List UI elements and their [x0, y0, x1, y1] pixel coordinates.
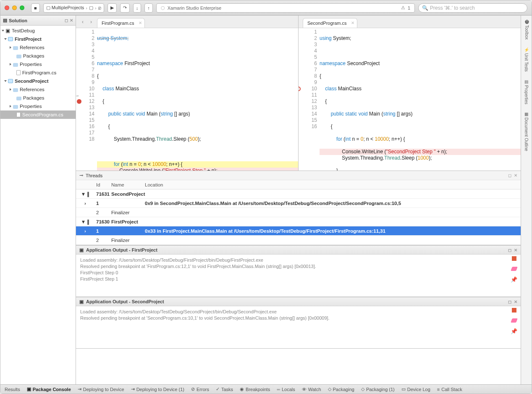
status-deploy2[interactable]: ⇥ Deploying to Device (1): [131, 386, 184, 392]
titlebar: ■ ▢ MultipleProjects › ▢ › ⎚ ▶ ↷ ↓ ↑ ◌ X…: [0, 0, 532, 16]
editor-left: ‹ › FirstProgram.cs✕ 12345678910→1112131…: [76, 16, 299, 171]
pane-dock-icon[interactable]: ◻: [65, 18, 68, 23]
tree-file[interactable]: FirstProgram.cs: [0, 68, 76, 77]
status-errors[interactable]: ⊘ Errors: [191, 386, 209, 392]
tree-file-selected[interactable]: SecondProgram.cs: [0, 110, 76, 119]
tree-packages[interactable]: Packages: [0, 94, 76, 102]
search-input[interactable]: 🔍 Press '⌘.' to search: [418, 3, 527, 13]
zoom-window-icon[interactable]: [20, 5, 24, 10]
console-icon: ▣: [79, 247, 84, 253]
tree-references[interactable]: References: [0, 43, 76, 52]
pane-dock-icon[interactable]: ◻: [508, 173, 511, 178]
gutter[interactable]: 12345678910111213141516: [299, 28, 320, 171]
close-icon[interactable]: ✕: [139, 21, 142, 25]
close-icon[interactable]: ✕: [351, 21, 354, 25]
status-watch[interactable]: 👁 Watch: [302, 387, 321, 392]
unit-tests-tab[interactable]: ⚡ Unit Tests: [524, 47, 529, 72]
gutter[interactable]: 12345678910→1112131415161718: [76, 28, 97, 171]
threads-title: Threads: [86, 173, 102, 178]
status-display: ◌ Xamarin Studio Enterprise ⚠1: [156, 3, 415, 13]
stop-output-icon[interactable]: [512, 308, 516, 313]
output-body[interactable]: Loaded assembly: /Users/tom/Desktop/Test…: [76, 306, 521, 348]
close-icon[interactable]: ✕: [70, 18, 73, 23]
tab-first-program[interactable]: FirstProgram.cs✕: [97, 18, 145, 28]
stop-button[interactable]: ■: [31, 3, 40, 13]
document-outline-tab[interactable]: ▦ Document Outline: [524, 112, 529, 151]
thread-row[interactable]: ›10x9 in SecondProject.MainClass.Main at…: [76, 199, 521, 208]
step-over-button[interactable]: ↷: [120, 3, 130, 13]
project-selector[interactable]: ▢ MultipleProjects › ▢ › ⎚: [43, 3, 104, 13]
pane-dock-icon[interactable]: ◻: [508, 299, 511, 304]
threads-table: Id Name Location ▼ ‖71631SecondProject›1…: [76, 180, 521, 245]
output-body[interactable]: Loaded assembly: /Users/tom/Desktop/Test…: [76, 255, 521, 297]
stop-output-icon[interactable]: [512, 256, 516, 261]
tree-project-second[interactable]: SecondProject: [0, 77, 76, 85]
close-icon[interactable]: ✕: [514, 248, 517, 252]
thread-row[interactable]: ▼ ‖71630FirstProject: [76, 217, 521, 226]
editor-right: SecondProgram.cs✕ 1234567891011121314151…: [299, 16, 521, 171]
search-icon: 🔍: [422, 5, 428, 11]
status-deploy1[interactable]: ⇥ Deploying to Device: [78, 386, 124, 392]
thread-row[interactable]: ›10x33 in FirstProject.MainClass.Main at…: [76, 226, 521, 236]
tree-solution[interactable]: ▣ TestDebug: [0, 26, 76, 35]
nav-back-button[interactable]: ‹: [79, 18, 87, 26]
step-out-button[interactable]: ↑: [144, 3, 153, 13]
minimize-window-icon[interactable]: [12, 5, 17, 10]
status-device-log[interactable]: ▭ Device Log: [401, 386, 430, 392]
threads-panel: ⊸ Threads ◻ ✕ Id Name Location ▼ ‖71631S…: [76, 171, 521, 245]
status-results[interactable]: Results: [5, 387, 20, 392]
close-icon[interactable]: ✕: [514, 173, 517, 178]
pin-icon[interactable]: 📌: [511, 328, 517, 334]
output-panel-second: ▣ Application Output - SecondProject ◻ ✕…: [76, 297, 521, 349]
right-sidebar: 🅣 Toolbox ⚡ Unit Tests ▤ Properties ▦ Do…: [521, 16, 532, 384]
code-editor-second[interactable]: 12345678910111213141516 using System; na…: [299, 28, 521, 171]
breadcrumb-root: ▢ MultipleProjects: [46, 5, 84, 11]
thread-row[interactable]: ▼ ‖71631SecondProject: [76, 189, 521, 199]
solution-header: ▤Solution ◻ ✕: [0, 16, 76, 26]
tree-packages[interactable]: Packages: [0, 52, 76, 60]
threads-icon: ⊸: [79, 173, 83, 178]
thread-row[interactable]: 2Finalizer: [76, 208, 521, 217]
close-window-icon[interactable]: [5, 5, 9, 10]
clear-output-icon[interactable]: [511, 318, 518, 323]
properties-tab[interactable]: ▤ Properties: [524, 79, 529, 104]
status-bar: Results ▣ Package Console ⇥ Deploying to…: [0, 384, 532, 394]
tree-properties[interactable]: Properties: [0, 60, 76, 68]
tree-references[interactable]: References: [0, 85, 76, 94]
output-panel-first: ▣ Application Output - FirstProject ◻ ✕ …: [76, 245, 521, 297]
status-package-console[interactable]: ▣ Package Console: [27, 386, 71, 392]
console-icon: ▣: [79, 299, 84, 305]
solution-sidebar: ▤Solution ◻ ✕ ▣ TestDebug FirstProject R…: [0, 16, 76, 384]
status-packaging2[interactable]: ◇ Packaging (1): [361, 386, 395, 392]
status-breakpoints[interactable]: ◉ Breakpoints: [240, 386, 270, 392]
run-button[interactable]: ▶: [107, 3, 117, 13]
thread-row[interactable]: 2Finalizer: [76, 236, 521, 245]
nav-forward-button[interactable]: ›: [87, 18, 95, 26]
status-packaging1[interactable]: ◇ Packaging: [328, 386, 354, 392]
breadcrumb-item: ▢: [89, 5, 93, 11]
close-icon[interactable]: ✕: [514, 299, 517, 304]
toolbox-tab[interactable]: 🅣 Toolbox: [524, 20, 529, 39]
pin-icon[interactable]: 📌: [511, 277, 517, 283]
tree-project-first[interactable]: FirstProject: [0, 35, 76, 43]
status-tasks[interactable]: ✓ Tasks: [216, 386, 233, 392]
breadcrumb-item: ⎚: [98, 5, 101, 11]
status-call-stack[interactable]: ≡ Call Stack: [437, 387, 462, 392]
status-locals[interactable]: ▫▫ Locals: [277, 387, 295, 392]
step-into-button[interactable]: ↓: [133, 3, 142, 13]
clear-output-icon[interactable]: [511, 267, 518, 271]
code-editor-first[interactable]: 12345678910→1112131415161718 using Syste…: [76, 28, 298, 171]
tree-properties[interactable]: Properties: [0, 102, 76, 110]
tab-second-program[interactable]: SecondProgram.cs✕: [303, 18, 357, 28]
pane-dock-icon[interactable]: ◻: [508, 248, 511, 252]
